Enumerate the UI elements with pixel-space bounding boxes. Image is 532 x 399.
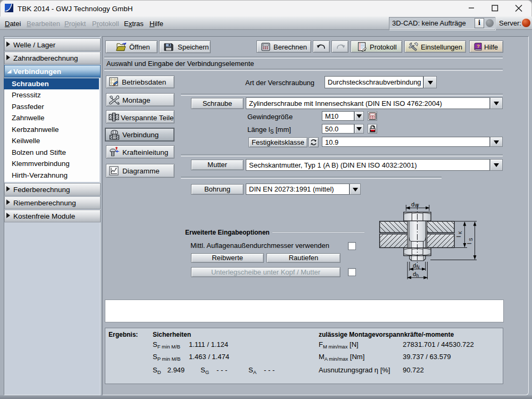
svg-text:W: W [415, 203, 419, 208]
svg-text:h: h [417, 273, 419, 278]
svg-text:d: d [411, 201, 414, 207]
svg-text:K: K [458, 231, 463, 234]
svg-text:d: d [413, 271, 416, 277]
svg-text:?: ? [477, 43, 480, 49]
svg-text:l: l [455, 236, 462, 237]
svg-text:l: l [466, 243, 472, 244]
svg-text:S: S [468, 238, 473, 241]
svg-text:N: N [417, 264, 420, 270]
svg-text:d: d [413, 262, 416, 269]
